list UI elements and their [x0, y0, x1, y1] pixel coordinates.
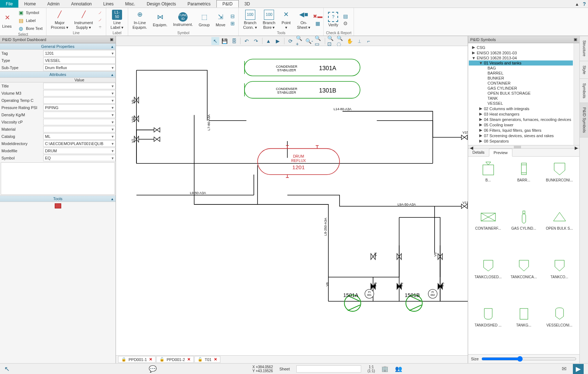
- attr-field[interactable]: [43, 90, 116, 96]
- menu-lines[interactable]: Lines: [98, 0, 120, 8]
- menu-design-objects[interactable]: Design Objects: [141, 0, 181, 8]
- instrument-supply-button[interactable]: ╱Instrument Supply ▾: [72, 9, 95, 31]
- general-props-header[interactable]: General Properties▴: [0, 43, 116, 50]
- attr-field[interactable]: ML: [43, 133, 116, 140]
- chat-icon[interactable]: 💬: [149, 365, 157, 373]
- tree-item[interactable]: ▶02 Columns with integrals: [469, 106, 573, 111]
- vtab-structure[interactable]: Structure: [580, 36, 588, 61]
- sym-tool-2-icon[interactable]: ⊞: [229, 20, 236, 27]
- tree-item[interactable]: ▶CSG: [469, 45, 573, 50]
- attr-field[interactable]: [43, 97, 116, 104]
- mail-icon[interactable]: ✉: [562, 365, 566, 372]
- drawing-canvas[interactable]: CONDENSERSTABILIZER 1301A CONDENSERSTABI…: [116, 46, 468, 355]
- branch-conn-button[interactable]: 100Branch Conn. ▾: [241, 9, 259, 31]
- select-bore-text-button[interactable]: ◍Bore Text: [16, 24, 44, 32]
- attr-field[interactable]: EQ: [43, 155, 116, 161]
- group-button[interactable]: ⬚Group: [197, 11, 212, 28]
- collapse-ribbon-icon[interactable]: ▴: [574, 0, 580, 8]
- tree-item[interactable]: ▶07 Screening devices, sieves and rakes: [469, 133, 573, 138]
- zoom-in-icon[interactable]: 🔍+: [296, 37, 304, 45]
- users-icon[interactable]: 👥: [395, 365, 402, 372]
- panel-pin-icon[interactable]: ▣: [110, 37, 113, 42]
- select-label-button[interactable]: ▤Label: [16, 17, 44, 24]
- subtype-field[interactable]: Drum Reflux: [43, 64, 116, 71]
- pointer-tool-icon[interactable]: ↖: [211, 37, 219, 45]
- preview-item[interactable]: GAS CYLIND...: [507, 208, 541, 254]
- preview-tab[interactable]: Preview: [489, 149, 512, 157]
- tree-item[interactable]: ▶05 Cooling lower: [469, 122, 573, 127]
- report-2-icon[interactable]: ⚙: [342, 20, 349, 27]
- tree-leaf[interactable]: BARREL: [469, 71, 573, 76]
- point-button[interactable]: ✕Point ▾: [279, 9, 293, 31]
- tree-leaf[interactable]: TANK: [469, 96, 573, 101]
- size-slider[interactable]: [481, 356, 576, 362]
- sym-tool-1-icon[interactable]: ⊟: [229, 13, 236, 20]
- details-tab[interactable]: Details: [468, 149, 489, 156]
- vtab-style[interactable]: Style: [580, 61, 588, 79]
- tree-leaf[interactable]: BUNKER: [469, 76, 573, 81]
- scroll-left-icon[interactable]: ◀: [468, 145, 475, 148]
- select-symbol-button[interactable]: ▣Symbol: [16, 9, 44, 17]
- attr-field[interactable]: [43, 112, 116, 118]
- preview-item[interactable]: B...: [471, 159, 505, 206]
- undo-icon[interactable]: ↶: [243, 37, 251, 45]
- tree-item[interactable]: ▶04 Steam generators, furnaces, recoolin…: [469, 117, 573, 122]
- menu-parametrics[interactable]: Parametrics: [182, 0, 216, 8]
- menu-misc[interactable]: Misc.: [119, 0, 141, 8]
- inline-equip-button[interactable]: ⊕In-Line Equipm.: [130, 9, 149, 31]
- on-sheet-button[interactable]: ◀■On- Sheet ▾: [295, 9, 313, 31]
- menu-annotation[interactable]: Annotation: [65, 0, 97, 8]
- tree-item[interactable]: ▶08 Separators: [469, 138, 573, 144]
- attr-field[interactable]: C:\AECDEMO\PLANT001\EQLIB: [43, 140, 116, 147]
- attributes-header[interactable]: Attributes▴: [0, 71, 116, 78]
- tree-item[interactable]: ▶06 Filters, liquid filters, gas filters: [469, 127, 573, 133]
- preview-item[interactable]: CONTAINERF...: [471, 208, 505, 254]
- preview-item[interactable]: TANKCO...: [542, 256, 576, 303]
- instrument-button[interactable]: FUNC IDInstrument.: [171, 12, 195, 28]
- zoom-out-icon[interactable]: 🔍-: [305, 37, 313, 45]
- line-style-1-icon[interactable]: ⟋: [96, 9, 104, 16]
- tag-field[interactable]: 1201: [43, 50, 116, 57]
- redo-icon[interactable]: ↷: [252, 37, 260, 45]
- pan-icon[interactable]: ✋: [346, 37, 354, 45]
- attr-field[interactable]: PIPING: [43, 104, 116, 111]
- tree-leaf[interactable]: CONTAINER: [469, 81, 573, 86]
- branch-bore-button[interactable]: 100Branch Bore ▾: [261, 9, 278, 31]
- flip-up-icon[interactable]: ▲: [265, 37, 273, 45]
- type-field[interactable]: VESSEL: [43, 57, 116, 64]
- tree-leaf[interactable]: OPEN BULK STORAGE: [469, 91, 573, 96]
- tree-item[interactable]: ▶03 Heat exchangers: [469, 111, 573, 117]
- preview-item[interactable]: VESSELCONI...: [542, 305, 576, 351]
- horizontal-splitter[interactable]: ◀ ▶: [468, 145, 579, 149]
- doc-tab[interactable]: 🔓T01✕: [194, 356, 220, 363]
- tree-leaf[interactable]: BAG: [469, 66, 573, 71]
- close-tab-icon[interactable]: ✕: [149, 357, 152, 362]
- close-tab-icon[interactable]: ✕: [214, 357, 217, 362]
- attr-field[interactable]: DRUM: [43, 148, 116, 154]
- tools-header[interactable]: Tools▴: [0, 195, 116, 202]
- attr-field[interactable]: [43, 119, 116, 125]
- align-icon[interactable]: ⌐: [365, 37, 373, 45]
- menu-3d[interactable]: 3D: [239, 0, 256, 8]
- preview-item[interactable]: TANKCLOSED...: [471, 256, 505, 303]
- measure-icon[interactable]: ⟂: [355, 37, 363, 45]
- verify-button[interactable]: ?Verify: [326, 11, 340, 28]
- major-process-button[interactable]: ╱Major Process ▾: [49, 9, 71, 31]
- flip-right-icon[interactable]: ▶: [274, 37, 282, 45]
- menu-home[interactable]: Home: [18, 0, 41, 8]
- zoom-window-icon[interactable]: 🔍▭: [315, 37, 323, 45]
- help-icon[interactable]: ?: [580, 0, 588, 8]
- vtab-pid-symbols[interactable]: P&ID Symbols: [580, 103, 588, 138]
- doc-tab[interactable]: 🔓PPD001-2✕: [156, 356, 194, 363]
- move-button[interactable]: ⇲Move: [213, 11, 228, 28]
- save-all-icon[interactable]: 🗄: [230, 37, 238, 45]
- tree-leaf[interactable]: GAS CYLINDER: [469, 86, 573, 91]
- preview-item[interactable]: OPEN BULK S...: [542, 208, 576, 254]
- tree-item-selected[interactable]: ▼01 Vessels and tanks: [469, 60, 573, 66]
- preview-item[interactable]: BARR...: [507, 159, 541, 206]
- tree-item[interactable]: ▶ENISO 10628 2001-03: [469, 50, 573, 55]
- report-1-icon[interactable]: ▤: [342, 13, 349, 20]
- vtab-symbols[interactable]: Symbols: [580, 79, 588, 103]
- menu-pid[interactable]: P&ID: [216, 0, 239, 8]
- scroll-right-icon[interactable]: ▶: [573, 145, 579, 148]
